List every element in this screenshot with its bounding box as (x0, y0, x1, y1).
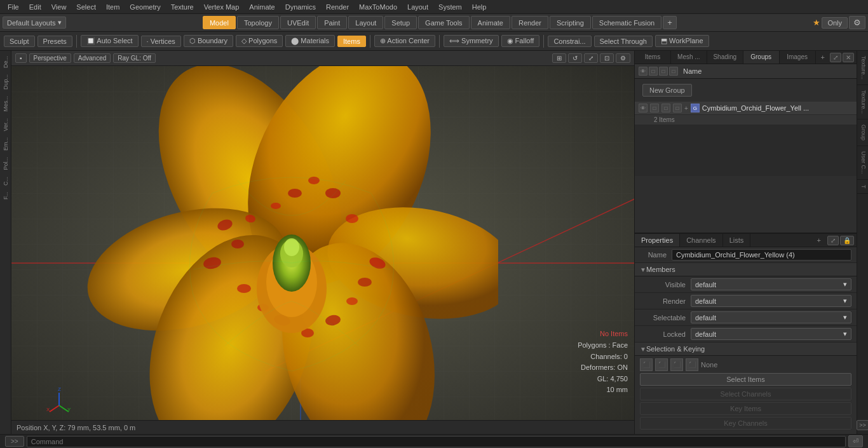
falloff-button[interactable]: ◉ Falloff (501, 35, 540, 47)
render-icon[interactable]: □ (649, 67, 658, 76)
keyframe-icon[interactable]: ⬛ (640, 358, 653, 371)
group-icon2[interactable]: □ (673, 104, 682, 112)
menu-item[interactable]: Item (101, 2, 125, 12)
settings-icon1[interactable]: □ (659, 67, 668, 76)
menu-vertex-map[interactable]: Vertex Map (199, 2, 245, 12)
tab-game-tools[interactable]: Game Tools (418, 16, 470, 29)
layout-dropdown[interactable]: Default Layouts ▾ (3, 17, 66, 29)
tab-setup[interactable]: Setup (384, 16, 417, 29)
keyframe-icon4[interactable]: ⬛ (686, 358, 698, 371)
tab-render[interactable]: Render (512, 16, 548, 29)
tab-mesh[interactable]: Mesh ... (671, 51, 707, 64)
prop-expand-btn[interactable]: ⤢ (827, 236, 839, 245)
command-input[interactable] (27, 436, 846, 447)
menu-system[interactable]: System (433, 2, 467, 12)
menu-render[interactable]: Render (321, 2, 354, 12)
workplane-button[interactable]: ⬒ WorkPlane (655, 35, 709, 47)
presets-button[interactable]: Presets (37, 36, 72, 47)
left-tab-c[interactable]: C... (1, 174, 10, 188)
menu-maxtomodo[interactable]: MaxToModo (354, 2, 402, 12)
tab-layout[interactable]: Layout (348, 16, 383, 29)
viewport-expand-btn[interactable]: ▪ (15, 53, 27, 63)
select-through-button[interactable]: Select Through (594, 36, 653, 47)
viewport-mode-btn[interactable]: Perspective (29, 53, 71, 63)
menu-layout[interactable]: Layout (402, 2, 433, 12)
viewport-render-btn[interactable]: Ray GL: Off (113, 53, 156, 63)
sculpt-button[interactable]: Sculpt (4, 36, 35, 47)
prop-tab-channels[interactable]: Channels (680, 234, 722, 247)
panel-expand-btn[interactable]: ⤢ (830, 53, 841, 62)
name-field[interactable] (672, 249, 851, 261)
tab-paint[interactable]: Paint (317, 16, 347, 29)
key-items-button[interactable]: Key Items (640, 402, 851, 415)
edge-tab-t[interactable]: T (857, 180, 868, 194)
action-center-button[interactable]: ⊕ Action Center (374, 35, 435, 47)
menu-file[interactable]: File (3, 2, 24, 12)
tab-model[interactable]: Model (203, 16, 236, 29)
tab-shading[interactable]: Shading (707, 51, 743, 64)
edge-tab-texture1[interactable]: Texture... (857, 51, 868, 85)
locked-select[interactable]: default ▾ (691, 328, 851, 340)
group-render-icon[interactable]: □ (650, 104, 659, 112)
bottom-arrow-btn[interactable]: >> (5, 436, 24, 447)
render-select[interactable]: default ▾ (691, 295, 851, 307)
tab-uvedit[interactable]: UVEdit (280, 16, 316, 29)
tab-groups[interactable]: Groups (743, 51, 780, 64)
visible-select[interactable]: default ▾ (691, 278, 851, 290)
materials-button[interactable]: ⬤ Materials (285, 35, 335, 47)
viewport-style-btn[interactable]: Advanced (74, 53, 111, 63)
panel-close-btn[interactable]: ✕ (843, 53, 854, 62)
group-item-row[interactable]: 👁 □ □ □ + G Cymbidium_Orchid_Flower_Yell… (635, 102, 857, 115)
select-channels-button[interactable]: Select Channels (640, 388, 851, 400)
tab-schematic-fusion[interactable]: Schematic Fusion (592, 16, 661, 29)
left-tab-de[interactable]: De... (1, 53, 10, 71)
tab-items[interactable]: Items (635, 51, 671, 64)
auto-select-button[interactable]: 🔲 Auto Select (81, 35, 139, 47)
group-icon1[interactable]: □ (661, 104, 670, 112)
edge-tab-user[interactable]: User C... (857, 146, 868, 180)
left-tab-f[interactable]: F... (1, 189, 10, 202)
left-tab-em[interactable]: Em... (1, 135, 10, 153)
viewport-icon4[interactable]: ⊡ (600, 53, 614, 63)
polygons-button[interactable]: ◇ Polygons (236, 35, 283, 47)
keyframe-icon2[interactable]: ⬛ (655, 358, 668, 371)
group-eye-icon[interactable]: 👁 (639, 104, 648, 112)
keying-section-header[interactable]: ▼ Selection & Keying (635, 343, 857, 356)
edge-tab-group[interactable]: Group (857, 119, 868, 146)
add-button[interactable]: ⚙ (849, 16, 865, 29)
new-group-button[interactable]: New Group (642, 84, 692, 97)
tab-animate[interactable]: Animate (471, 16, 510, 29)
viewport-icon5[interactable]: ⚙ (616, 53, 630, 63)
viewport-canvas[interactable]: X Y Z No Items Polygons : Face Channels:… (11, 66, 634, 434)
menu-animate[interactable]: Animate (244, 2, 280, 12)
menu-help[interactable]: Help (467, 2, 492, 12)
selectable-select[interactable]: default ▾ (691, 311, 851, 323)
eye-icon[interactable]: 👁 (639, 67, 648, 76)
menu-select[interactable]: Select (71, 2, 101, 12)
key-channels-button[interactable]: Key Channels (640, 417, 851, 430)
viewport[interactable]: ▪ Perspective Advanced Ray GL: Off ⊞ ↺ ⤢… (11, 51, 634, 434)
add-tab-button[interactable]: + (663, 16, 677, 29)
add-prop-tab-button[interactable]: + (812, 234, 826, 247)
edge-expand-btn[interactable]: >> (857, 420, 868, 430)
prop-lock-btn[interactable]: 🔒 (840, 236, 854, 245)
menu-dynamics[interactable]: Dynamics (280, 2, 321, 12)
menu-edit[interactable]: Edit (24, 2, 46, 12)
tab-images[interactable]: Images (780, 51, 816, 64)
viewport-icon1[interactable]: ⊞ (552, 53, 566, 63)
vertices-button[interactable]: · Vertices (141, 36, 181, 47)
tab-scripting[interactable]: Scripting (550, 16, 591, 29)
prop-tab-properties[interactable]: Properties (635, 234, 680, 247)
only-button[interactable]: Only (822, 17, 848, 29)
constrain-button[interactable]: Constrai... (548, 36, 591, 47)
members-section-header[interactable]: ▼ Members (635, 263, 857, 276)
edge-tab-texture2[interactable]: Texture... (857, 85, 868, 119)
items-button[interactable]: Items (337, 36, 366, 47)
settings-icon2[interactable]: □ (669, 67, 678, 76)
keyframe-icon3[interactable]: ⬛ (670, 358, 683, 371)
prop-tab-lists[interactable]: Lists (723, 234, 751, 247)
menu-texture[interactable]: Texture (166, 2, 199, 12)
symmetry-button[interactable]: ⟺ Symmetry (444, 35, 499, 47)
add-panel-tab-button[interactable]: + (816, 51, 830, 64)
select-items-button[interactable]: Select Items (640, 373, 851, 386)
